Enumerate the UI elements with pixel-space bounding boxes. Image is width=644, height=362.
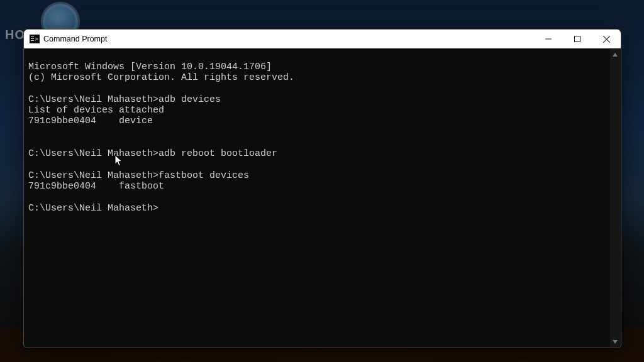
maximize-icon — [574, 36, 580, 42]
terminal-output[interactable]: Microsoft Windows [Version 10.0.19044.17… — [25, 58, 610, 337]
titlebar[interactable]: Command Prompt — [24, 30, 621, 48]
close-button[interactable] — [592, 30, 621, 48]
minimize-button[interactable] — [534, 30, 563, 48]
svg-marker-4 — [613, 53, 618, 57]
window-controls — [534, 30, 621, 48]
minimize-icon — [545, 36, 552, 42]
chevron-up-icon — [613, 52, 618, 57]
chevron-down-icon — [613, 339, 618, 344]
svg-marker-5 — [613, 340, 618, 344]
command-prompt-window: Command Prompt Microsoft Windows [Versio… — [23, 29, 621, 348]
terminal-area: Microsoft Windows [Version 10.0.19044.17… — [25, 49, 620, 347]
window-title: Command Prompt — [43, 35, 107, 43]
scrollbar-vertical[interactable] — [610, 49, 620, 347]
svg-rect-1 — [575, 36, 580, 42]
desktop-wallpaper: HOWISOLVE.COM Command Prompt Microsoft W… — [0, 0, 644, 362]
scroll-up-button[interactable] — [610, 49, 620, 60]
scroll-down-button[interactable] — [610, 336, 620, 347]
maximize-button[interactable] — [563, 30, 592, 48]
close-icon — [603, 36, 610, 43]
cmd-icon — [30, 35, 40, 43]
